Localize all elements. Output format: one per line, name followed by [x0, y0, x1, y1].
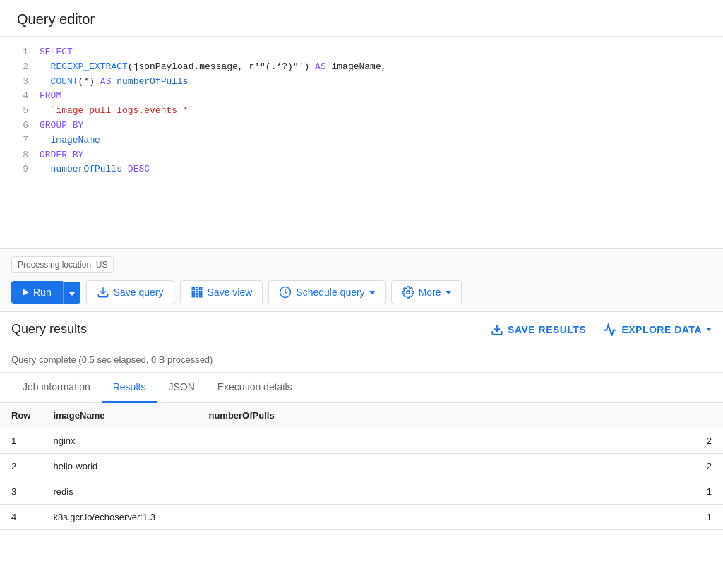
- page-header: Query editor: [0, 0, 723, 37]
- cell-imageName: k8s.gcr.io/echoserver:1.3: [42, 505, 197, 530]
- save-query-button[interactable]: Save query: [86, 280, 174, 304]
- table-row: 2hello-world2: [0, 454, 723, 479]
- table-row: 1nginx2: [0, 428, 723, 454]
- code-editor[interactable]: 1SELECT2 REGEXP_EXTRACT(jsonPayload.mess…: [0, 37, 723, 248]
- line-content: numberOfPulls DESC: [40, 162, 715, 177]
- column-header-numberOfPulls: numberOfPulls: [197, 403, 723, 428]
- tab-execution-details[interactable]: Execution details: [206, 373, 304, 403]
- toolbar-buttons: Run Save query: [11, 280, 712, 304]
- page-container: Query editor 1SELECT2 REGEXP_EXTRACT(jso…: [0, 0, 723, 588]
- cell-numberOfPulls: 1: [197, 479, 723, 505]
- line-number: 6: [8, 119, 28, 133]
- svg-rect-1: [192, 287, 194, 289]
- run-label: Run: [33, 287, 52, 298]
- column-header-row: Row: [0, 403, 42, 428]
- chevron-down-icon: [69, 292, 75, 296]
- more-button[interactable]: More: [391, 280, 462, 304]
- run-button-group: Run: [11, 281, 80, 304]
- line-number: 3: [8, 75, 28, 90]
- cell-numberOfPulls: 1: [197, 505, 723, 530]
- line-number: 4: [8, 89, 28, 104]
- explore-data-button[interactable]: EXPLORE DATA: [603, 323, 712, 336]
- query-status-text: Query complete (0.5 sec elapsed, 0 B pro…: [11, 354, 213, 365]
- run-dropdown-button[interactable]: [63, 282, 80, 304]
- svg-rect-9: [199, 295, 201, 297]
- cell-imageName: hello-world: [42, 454, 197, 479]
- play-icon: [23, 289, 29, 296]
- more-label: More: [419, 287, 441, 298]
- tab-results[interactable]: Results: [102, 373, 157, 403]
- page-title: Query editor: [17, 11, 706, 28]
- cell-row: 1: [0, 428, 42, 454]
- code-line: 9 numberOfPulls DESC: [0, 162, 723, 177]
- line-number: 1: [8, 45, 28, 60]
- results-table: RowimageNamenumberOfPulls 1nginx22hello-…: [0, 403, 723, 530]
- svg-rect-5: [196, 292, 198, 294]
- query-status: Query complete (0.5 sec elapsed, 0 B pro…: [0, 347, 723, 373]
- line-content: imageName: [40, 133, 715, 148]
- cell-numberOfPulls: 2: [197, 428, 723, 454]
- svg-rect-8: [196, 295, 198, 297]
- cell-row: 3: [0, 479, 42, 505]
- code-line: 7 imageName: [0, 133, 723, 148]
- code-line: 5 `image_pull_logs.events_*`: [0, 104, 723, 119]
- table-row: 3redis1: [0, 479, 723, 505]
- line-number: 9: [8, 162, 28, 177]
- table-row: 4k8s.gcr.io/echoserver:1.31: [0, 505, 723, 530]
- schedule-chevron-icon: [369, 291, 375, 294]
- save-results-icon: [491, 323, 503, 336]
- code-line: 1SELECT: [0, 45, 723, 60]
- cell-row: 2: [0, 454, 42, 479]
- svg-point-11: [406, 291, 410, 294]
- save-results-label: SAVE RESULTS: [508, 324, 586, 335]
- line-content: ORDER BY: [40, 148, 715, 163]
- explore-data-label: EXPLORE DATA: [621, 324, 702, 335]
- code-line: 8ORDER BY: [0, 148, 723, 163]
- tab-job-information[interactable]: Job information: [11, 373, 102, 403]
- save-view-icon: [191, 286, 203, 299]
- schedule-query-button[interactable]: Schedule query: [268, 280, 385, 304]
- processing-location-badge: Processing location: US: [11, 256, 712, 280]
- line-number: 2: [8, 60, 28, 75]
- code-line: 3 COUNT(*) AS numberOfPulls: [0, 75, 723, 90]
- results-header: Query results SAVE RESULTS EXPLORE DATA: [0, 312, 723, 347]
- tabs-row: Job informationResultsJSONExecution deta…: [0, 373, 723, 403]
- explore-data-icon: [603, 323, 617, 336]
- line-content: FROM: [40, 89, 715, 104]
- cell-imageName: redis: [42, 479, 197, 505]
- save-view-label: Save view: [208, 287, 253, 298]
- toolbar-area: Processing location: US Run: [0, 249, 723, 312]
- more-chevron-icon: [446, 291, 451, 294]
- schedule-icon: [279, 286, 292, 299]
- line-content: GROUP BY: [40, 119, 715, 133]
- line-number: 5: [8, 104, 28, 119]
- line-content: REGEXP_EXTRACT(jsonPayload.message, r'"(…: [40, 60, 715, 75]
- processing-location-text: Processing location: US: [11, 256, 114, 273]
- run-button[interactable]: Run: [11, 281, 63, 304]
- cell-imageName: nginx: [42, 428, 197, 454]
- explore-data-chevron-icon: [706, 328, 712, 331]
- save-query-label: Save query: [114, 287, 164, 298]
- line-content: SELECT: [40, 45, 715, 60]
- save-results-button[interactable]: SAVE RESULTS: [491, 323, 586, 336]
- line-number: 8: [8, 148, 28, 163]
- tab-json[interactable]: JSON: [157, 373, 205, 403]
- results-title: Query results: [11, 322, 87, 337]
- code-line: 4FROM: [0, 89, 723, 104]
- line-content: `image_pull_logs.events_*`: [40, 104, 715, 119]
- svg-rect-7: [192, 295, 194, 297]
- cell-row: 4: [0, 505, 42, 530]
- gear-icon: [402, 286, 414, 299]
- cell-numberOfPulls: 2: [197, 454, 723, 479]
- code-line: 6GROUP BY: [0, 119, 723, 133]
- save-query-icon: [97, 286, 109, 299]
- svg-rect-2: [196, 287, 198, 289]
- svg-rect-4: [192, 292, 194, 294]
- results-area: Query results SAVE RESULTS EXPLORE DATA …: [0, 312, 723, 530]
- save-view-button[interactable]: Save view: [180, 280, 263, 304]
- svg-rect-3: [199, 287, 201, 289]
- column-header-imageName: imageName: [42, 403, 197, 428]
- schedule-query-label: Schedule query: [296, 287, 364, 298]
- svg-rect-6: [199, 292, 201, 294]
- query-editor-area[interactable]: 1SELECT2 REGEXP_EXTRACT(jsonPayload.mess…: [0, 37, 723, 249]
